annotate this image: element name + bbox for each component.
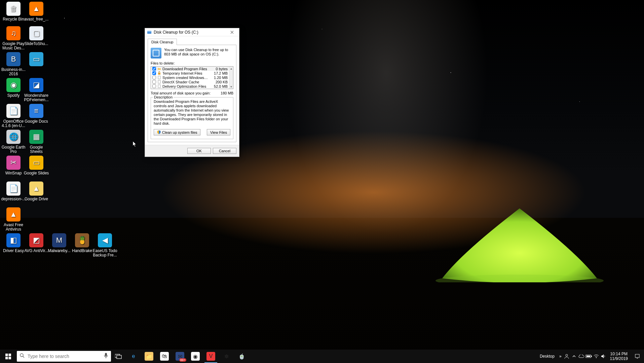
file-size: 17.2 MB xyxy=(208,71,228,75)
icon-label: Google Earth Pro xyxy=(1,145,26,154)
scroll-up-button[interactable]: ▲ xyxy=(229,67,233,71)
clock[interactable]: 10:14 PM 11/9/2019 xyxy=(607,352,631,361)
app-icon: ◪ xyxy=(29,78,43,92)
desktop-icon[interactable]: 🌐Google Earth Pro xyxy=(1,130,26,154)
icon-label: WinSnap xyxy=(1,171,26,175)
svg-rect-7 xyxy=(5,354,8,356)
desktop-icon[interactable]: ▲Google Drive xyxy=(24,182,49,201)
icon-label: AVG AntiVir... xyxy=(24,249,49,253)
taskbar-app-mail[interactable]: ✉99+ xyxy=(172,350,188,363)
taskbar-app-file-explorer[interactable]: 📁 xyxy=(141,350,157,363)
search-input[interactable] xyxy=(28,354,101,359)
file-size: 200 KB xyxy=(208,80,228,84)
desktop-icon[interactable]: ◩AVG AntiVir... xyxy=(24,233,49,253)
date-text: 11/9/2019 xyxy=(610,356,628,361)
taskbar-app-store[interactable]: 🛍 xyxy=(157,350,172,363)
onedrive-icon[interactable] xyxy=(578,350,585,363)
file-icon xyxy=(157,75,161,80)
desktop-icon[interactable]: BBusiness-in... 2016 xyxy=(1,52,26,76)
file-list-row[interactable]: Delivery Optimization Files52.0 MB xyxy=(151,84,229,88)
file-checkbox[interactable] xyxy=(152,84,156,88)
task-view-icon xyxy=(115,354,122,359)
files-listbox[interactable]: Downloaded Program Files0 bytesTemporary… xyxy=(151,66,233,89)
scroll-down-button[interactable]: ▼ xyxy=(229,85,233,89)
desktop[interactable]: 🗑Recycle Bin▲avast_free_...♫Google Play … xyxy=(0,0,644,350)
desktop-icon[interactable]: ▢SlideToShu... xyxy=(24,26,49,46)
battery-icon[interactable] xyxy=(585,350,593,363)
dialog-titlebar[interactable]: Disk Cleanup for OS (C:) xyxy=(145,28,239,36)
svg-rect-10 xyxy=(8,357,11,359)
desktop-icon[interactable]: ▭ xyxy=(24,52,49,68)
volume-icon[interactable] xyxy=(600,350,607,363)
icon-label: Google Slides xyxy=(24,171,49,175)
drive-icon xyxy=(151,48,161,58)
desktop-icon[interactable]: ▲Avast Free Antivirus xyxy=(1,207,26,232)
file-checkbox[interactable] xyxy=(152,71,156,75)
desktop-icon[interactable]: 📄OpenOffice 4.1.6 (en-U... xyxy=(1,104,26,128)
notifications-button[interactable] xyxy=(631,354,644,359)
desktop-icon[interactable]: 📄depression-... xyxy=(1,182,26,201)
desktop-icon[interactable]: ♫Google Play Music Des... xyxy=(1,26,26,50)
listbox-scrollbar[interactable]: ▲ ▼ xyxy=(229,67,233,89)
desktop-toolbar-label[interactable]: Desktop xyxy=(536,354,558,359)
icon-label: OpenOffice 4.1.6 (en-U... xyxy=(1,119,26,128)
svg-point-17 xyxy=(566,354,568,356)
file-checkbox[interactable] xyxy=(152,80,156,84)
desktop-icon[interactable]: ◪Wondershare PDFelemen... xyxy=(24,78,49,102)
taskbar-app-app2[interactable]: 🍵 xyxy=(234,350,250,363)
file-size: 52.0 MB xyxy=(208,84,228,88)
file-list-row[interactable]: DirectX Shader Cache200 KB xyxy=(151,80,229,84)
taskbar-app-vivaldi[interactable]: V xyxy=(203,350,219,363)
desktop-icon[interactable]: MMalwareby... xyxy=(46,233,72,253)
file-size: 0 bytes xyxy=(208,67,228,71)
app-icon: 🗑 xyxy=(6,2,21,16)
file-list-row[interactable]: System created Windows Error Reporti...1… xyxy=(151,75,229,80)
desktop-icon[interactable]: ▲avast_free_... xyxy=(24,2,49,22)
icon-label: avast_free_... xyxy=(24,17,49,22)
app-icon: B xyxy=(6,52,21,66)
file-list-row[interactable]: Temporary Internet Files17.2 MB xyxy=(151,71,229,75)
desktop-icon[interactable]: ✂WinSnap xyxy=(1,156,26,175)
svg-rect-16 xyxy=(117,355,121,359)
taskbar: e📁🛍✉99+◉V✽🍵 Desktop » 10:14 PM 11/9/2019 xyxy=(0,350,644,363)
tab-disk-cleanup[interactable]: Disk Cleanup xyxy=(148,39,177,45)
desktop-icon[interactable]: ≡Google Docs xyxy=(24,104,49,124)
tray-expand-button[interactable] xyxy=(570,350,578,363)
start-button[interactable] xyxy=(0,350,16,363)
desktop-icon[interactable]: 🗑Recycle Bin xyxy=(1,2,26,22)
svg-rect-5 xyxy=(158,80,160,83)
toolbar-overflow-button[interactable]: » xyxy=(558,354,563,359)
view-files-button[interactable]: View Files xyxy=(207,129,230,135)
desktop-icon[interactable]: ▭Google Slides xyxy=(24,156,49,175)
svg-rect-3 xyxy=(158,73,160,75)
file-checkbox[interactable] xyxy=(152,67,156,71)
file-list-row[interactable]: Downloaded Program Files0 bytes xyxy=(151,67,229,71)
icon-label: depression-... xyxy=(1,197,26,201)
svg-rect-6 xyxy=(158,85,160,88)
system-tray: Desktop » 10:14 PM 11/9/2019 xyxy=(536,350,644,363)
disk-cleanup-dialog: Disk Cleanup for OS (C:) Disk Cleanup Yo… xyxy=(145,28,239,157)
taskbar-app-chrome[interactable]: ◉ xyxy=(188,350,203,363)
file-name: DirectX Shader Cache xyxy=(162,80,208,84)
desktop-icon[interactable]: 🍍HandBrake xyxy=(69,233,95,253)
app-icon: ▲ xyxy=(6,207,21,221)
app-icon: ◩ xyxy=(29,233,43,247)
desktop-icon[interactable]: ◀EaseUS Todo Backup Fre... xyxy=(92,233,118,257)
wifi-icon[interactable] xyxy=(593,350,600,363)
cancel-button[interactable]: Cancel xyxy=(213,148,236,154)
search-box[interactable] xyxy=(17,351,111,362)
ok-button[interactable]: OK xyxy=(187,148,211,154)
mic-icon[interactable] xyxy=(104,353,108,360)
close-button[interactable] xyxy=(226,29,238,36)
taskbar-app-app1[interactable]: ✽ xyxy=(219,350,234,363)
people-icon[interactable] xyxy=(563,350,570,363)
task-view-button[interactable] xyxy=(111,350,126,363)
desktop-icon[interactable]: ◉Spotify xyxy=(1,78,26,98)
file-checkbox[interactable] xyxy=(152,76,156,79)
desktop-icon[interactable]: ▦Google Sheets xyxy=(24,130,49,154)
taskbar-app-edge[interactable]: e xyxy=(126,350,141,363)
app-icon: ◧ xyxy=(6,233,21,247)
desktop-icon[interactable]: ◧Driver Easy xyxy=(1,233,26,253)
clean-system-files-button[interactable]: Clean up system files xyxy=(154,129,200,135)
file-size: 1.20 MB xyxy=(208,76,228,80)
